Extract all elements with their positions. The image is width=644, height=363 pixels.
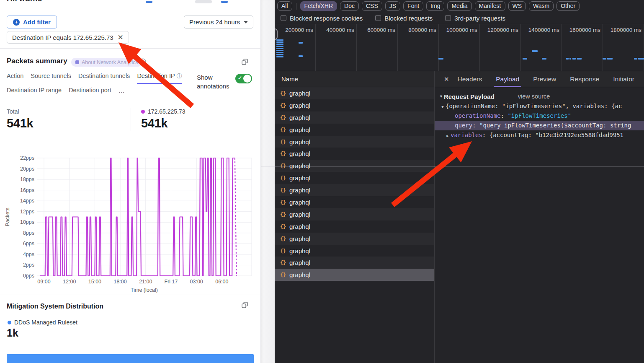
expand-icon[interactable] bbox=[242, 302, 248, 310]
request-row[interactable]: {}graphql bbox=[275, 87, 434, 99]
json-fetch-icon: {} bbox=[280, 187, 289, 193]
json-fetch-icon: {} bbox=[280, 127, 289, 133]
request-row[interactable]: {}graphql bbox=[275, 269, 434, 281]
json-fetch-icon: {} bbox=[280, 259, 289, 266]
total-value: 541k bbox=[7, 117, 33, 130]
payload-row[interactable]: query: "query ipFlowTimeseries($accountT… bbox=[435, 121, 644, 130]
checkbox-blocked-response-cookies[interactable]: Blocked response cookies bbox=[281, 15, 363, 22]
filter-pill-fetch-xhr[interactable]: Fetch/XHR bbox=[300, 1, 337, 11]
payload-row[interactable]: ▶variables: {accountTag: "b12e3b2192ee55… bbox=[435, 130, 644, 140]
request-name: graphql bbox=[289, 162, 310, 169]
filter-pill-font[interactable]: Font bbox=[403, 1, 423, 11]
checkbox-icon[interactable] bbox=[445, 15, 451, 21]
tab-payload[interactable]: Payload bbox=[496, 71, 519, 87]
screenshot-root: All traffic + Add filter Previous 24 hou… bbox=[0, 0, 644, 363]
svg-text:20pps: 20pps bbox=[20, 166, 34, 172]
request-name: graphql bbox=[289, 114, 310, 121]
request-row[interactable]: {}graphql bbox=[275, 148, 434, 160]
about-network-analytics-badge[interactable]: About Network Analytics bbox=[71, 58, 142, 67]
checkbox-blocked-requests[interactable]: Blocked requests bbox=[375, 15, 433, 22]
expand-triangle-icon[interactable]: ▶ bbox=[445, 131, 451, 140]
tab-source-tunnels[interactable]: Source tunnels bbox=[31, 73, 71, 84]
checkbox-icon[interactable] bbox=[375, 15, 381, 21]
payload-row[interactable]: operationName: "ipFlowTimeseries" bbox=[435, 111, 644, 121]
tab-headers[interactable]: Headers bbox=[458, 71, 482, 87]
tab-destination-port[interactable]: Destination port bbox=[69, 87, 111, 96]
total-stat: Total 541k bbox=[7, 108, 33, 130]
request-row[interactable]: {}graphql bbox=[275, 184, 434, 196]
request-row[interactable]: {}graphql bbox=[275, 160, 434, 172]
tab-destination-tunnels[interactable]: Destination tunnels bbox=[78, 73, 130, 84]
network-filter-pills: AllFetch/XHRDocCSSJSFontImgMediaManifest… bbox=[275, 0, 644, 12]
view-source-link[interactable]: view source bbox=[518, 93, 550, 100]
json-fetch-icon: {} bbox=[280, 163, 289, 169]
request-name: graphql bbox=[289, 223, 310, 230]
toggle-knob bbox=[243, 75, 251, 83]
tab-preview[interactable]: Preview bbox=[533, 71, 556, 87]
filter-pill-manifest[interactable]: Manifest bbox=[475, 1, 505, 11]
divider bbox=[296, 3, 296, 10]
collapse-triangle-icon[interactable]: ▼ bbox=[440, 102, 446, 111]
svg-text:0pps: 0pps bbox=[23, 273, 34, 279]
devtools-panel: AllFetch/XHRDocCSSJSFontImgMediaManifest… bbox=[275, 0, 644, 363]
divider bbox=[0, 295, 261, 295]
close-icon[interactable]: ✕ bbox=[118, 34, 124, 41]
tab-response[interactable]: Response bbox=[570, 71, 599, 87]
filter-pill-css[interactable]: CSS bbox=[362, 1, 382, 11]
tab-initiator[interactable]: Initiator bbox=[613, 71, 634, 87]
collapse-triangle-icon[interactable]: ▼ bbox=[439, 94, 443, 99]
payload-row[interactable]: ▼{operationName: "ipFlowTimeseries", var… bbox=[435, 101, 644, 111]
request-row[interactable]: {}graphql bbox=[275, 124, 434, 136]
expand-icon[interactable] bbox=[242, 59, 248, 67]
request-row[interactable]: {}graphql bbox=[275, 196, 434, 208]
request-row[interactable]: {}graphql bbox=[275, 257, 434, 269]
timeline-label: 600000 ms bbox=[357, 24, 398, 71]
checkbox-3rd-party-requests[interactable]: 3rd-party requests bbox=[445, 15, 505, 22]
waterfall-mark bbox=[634, 58, 637, 60]
svg-text:21:00: 21:00 bbox=[139, 279, 152, 285]
svg-text:8pps: 8pps bbox=[23, 230, 34, 236]
tab-action[interactable]: Action bbox=[7, 73, 23, 84]
pane-gap bbox=[261, 0, 275, 363]
filter-pill-ws[interactable]: WS bbox=[508, 1, 526, 11]
filter-pill-js[interactable]: JS bbox=[385, 1, 400, 11]
filter-pill-all[interactable]: All bbox=[277, 1, 292, 11]
checkbox-label: Blocked requests bbox=[384, 15, 433, 22]
filter-chip[interactable]: Destination IP equals 172.65.225.73 ✕ bbox=[7, 31, 129, 44]
waterfall-mark bbox=[299, 42, 303, 44]
payload-text: : bbox=[501, 112, 508, 119]
tab-destination-ip[interactable]: Destination IPⓘ bbox=[137, 73, 182, 84]
timeline-drag-handle[interactable] bbox=[275, 29, 278, 40]
waterfall-mark bbox=[276, 54, 283, 55]
network-overview-timeline[interactable]: 200000 ms400000 ms600000 ms800000 ms1000… bbox=[275, 24, 644, 71]
svg-text:03:00: 03:00 bbox=[190, 279, 203, 285]
svg-text:2pps: 2pps bbox=[23, 262, 34, 268]
filter-pill-doc[interactable]: Doc bbox=[340, 1, 359, 11]
time-range-dropdown[interactable]: Previous 24 hours bbox=[184, 16, 253, 29]
filter-pill-other[interactable]: Other bbox=[556, 1, 580, 11]
request-row[interactable]: {}graphql bbox=[275, 99, 434, 111]
filter-pill-media[interactable]: Media bbox=[447, 1, 471, 11]
tab-destination-ip-range[interactable]: Destination IP range bbox=[7, 87, 62, 96]
mitigation-title: Mitigation System Distribution bbox=[7, 303, 103, 310]
request-row[interactable]: {}graphql bbox=[275, 245, 434, 257]
filter-pill-img[interactable]: Img bbox=[426, 1, 444, 11]
add-filter-button[interactable]: + Add filter bbox=[7, 16, 57, 29]
svg-text:6pps: 6pps bbox=[23, 241, 34, 246]
waterfall-mark bbox=[577, 58, 582, 60]
checkbox-icon[interactable] bbox=[281, 15, 286, 21]
legend-color-dot bbox=[8, 321, 11, 324]
overflow-menu-button[interactable]: … bbox=[118, 87, 125, 96]
filter-pill-wasm[interactable]: Wasm bbox=[529, 1, 554, 11]
timeline-label: 1800000 ms bbox=[603, 24, 644, 71]
name-column-header[interactable]: Name bbox=[275, 71, 434, 87]
close-icon[interactable]: ✕ bbox=[444, 75, 449, 83]
request-row[interactable]: {}graphql bbox=[275, 220, 434, 233]
request-row[interactable]: {}graphql bbox=[275, 111, 434, 124]
request-row[interactable]: {}graphql bbox=[275, 208, 434, 220]
show-annotations-toggle[interactable]: ✓ bbox=[235, 74, 252, 83]
request-row[interactable]: {}graphql bbox=[275, 233, 434, 245]
request-name: graphql bbox=[289, 247, 310, 254]
request-row[interactable]: {}graphql bbox=[275, 136, 434, 148]
request-row[interactable]: {}graphql bbox=[275, 172, 434, 184]
